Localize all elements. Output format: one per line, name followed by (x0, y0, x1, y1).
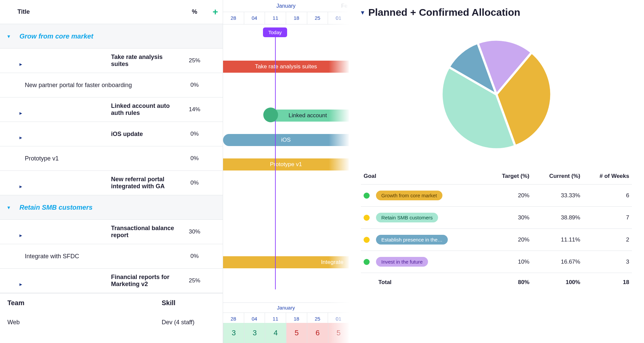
header-percent: % (181, 8, 208, 15)
status-dot-icon (364, 237, 370, 243)
task-percent: 30% (181, 228, 208, 235)
timeline-day: 28 (223, 12, 244, 24)
current-value: 33.33% (532, 185, 583, 207)
chevron-right-icon[interactable] (7, 225, 102, 238)
today-badge[interactable]: Today (263, 27, 287, 37)
goal-pill[interactable]: Invest in the future (376, 257, 428, 267)
goal-pill[interactable]: Growth from core market (376, 191, 442, 200)
group-label: Grow from core market (15, 32, 181, 40)
task-label: Financial reports for Marketing v2 (102, 274, 181, 288)
task-row[interactable]: Prototype v1 0% (0, 146, 223, 171)
chevron-right-icon[interactable] (7, 54, 102, 67)
chevron-right-icon[interactable] (7, 274, 102, 287)
task-label: Linked account auto auth rules (102, 102, 181, 117)
timeline-day: 01 (328, 12, 349, 24)
chevron-down-icon[interactable] (7, 33, 15, 40)
timeline-day: 11 (265, 12, 286, 24)
next-month-label: Fe (341, 0, 347, 12)
allocation-cell: 5 (286, 323, 307, 343)
chevron-down-icon[interactable] (7, 204, 15, 211)
team-header: Team (7, 299, 162, 307)
chevron-right-icon[interactable] (7, 103, 102, 116)
team-value: Web (7, 319, 162, 326)
allocation-cell: 3 (223, 323, 244, 343)
weeks-value: 7 (583, 207, 632, 229)
team-footer: Team Skill Web Dev (4 staff) (0, 293, 223, 332)
goal-row[interactable]: Growth from core market 20% 33.33% 6 (361, 185, 632, 207)
task-row[interactable]: Financial reports for Marketing v2 25% (0, 269, 223, 293)
allocation-panel: ▾ Planned + Confirmed Allocation GoalTar… (349, 0, 644, 343)
milestone-icon[interactable] (263, 108, 278, 122)
timeline-foot-month: January (223, 303, 349, 313)
task-row[interactable]: iOS update 0% (0, 122, 223, 146)
task-percent: 0% (181, 82, 208, 88)
skill-value: Dev (4 staff) (162, 319, 223, 326)
task-row[interactable]: Linked account auto auth rules 14% (0, 97, 223, 122)
gantt-bar[interactable]: Take rate analysis suites (223, 61, 349, 73)
gantt-bar[interactable]: Prototype v1 (223, 158, 349, 170)
status-dot-icon (364, 193, 370, 199)
current-value: 38.89% (532, 207, 583, 229)
group-row[interactable]: Grow from core market (0, 24, 223, 49)
current-value: 11.11% (532, 229, 583, 251)
timeline-day: 04 (244, 12, 265, 24)
goal-pill[interactable]: Retain SMB customers (376, 213, 438, 222)
goal-header: Goal (361, 168, 486, 185)
goal-header: Current (%) (532, 168, 583, 185)
task-row[interactable]: Take rate analysis suites 25% (0, 49, 223, 73)
collapse-icon[interactable]: ▾ (361, 8, 364, 16)
timeline-day: 28 (223, 313, 244, 323)
task-percent: 25% (181, 57, 208, 64)
allocation-cell: 4 (265, 323, 286, 343)
goal-row[interactable]: Retain SMB customers 30% 38.89% 7 (361, 207, 632, 229)
task-percent: 14% (181, 106, 208, 113)
allocation-title: Planned + Confirmed Allocation (368, 7, 520, 18)
task-percent: 0% (181, 180, 208, 186)
total-label: Total (361, 273, 486, 292)
task-row[interactable]: Integrate with SFDC 0% (0, 244, 223, 269)
month-label: January (276, 3, 296, 9)
target-value: 20% (486, 229, 532, 251)
task-label: New referral portal integrated with GA (102, 176, 181, 190)
task-percent: 0% (181, 253, 208, 260)
task-percent: 25% (181, 277, 208, 284)
gantt-bar[interactable]: Linked account (267, 110, 349, 122)
skill-header: Skill (162, 299, 223, 307)
gantt-area[interactable]: Take rate analysis suitesLinked accounti… (223, 24, 349, 302)
gantt-bar[interactable]: iOS (223, 134, 349, 146)
allocation-cell: 5 (328, 323, 349, 343)
status-dot-icon (364, 215, 370, 221)
task-row[interactable]: New partner portal for faster onboarding… (0, 73, 223, 97)
task-row[interactable]: Transactional balance report 30% (0, 220, 223, 244)
timeline-day: 04 (244, 313, 265, 323)
add-column-icon[interactable]: + (213, 7, 218, 17)
status-dot-icon (364, 259, 370, 265)
timeline-allocation-cells: 334565 (223, 323, 349, 343)
target-value: 30% (486, 207, 532, 229)
chevron-right-icon[interactable] (7, 177, 102, 190)
allocation-cell: 6 (307, 323, 328, 343)
chevron-right-icon[interactable] (7, 128, 102, 141)
goal-header: Target (%) (486, 168, 532, 185)
weeks-value: 2 (583, 229, 632, 251)
goal-row[interactable]: Invest in the future 10% 16.67% 3 (361, 251, 632, 273)
task-label: iOS update (102, 131, 181, 138)
group-row[interactable]: Retain SMB customers (0, 195, 223, 220)
goal-pill[interactable]: Establish presence in the… (376, 235, 448, 245)
timeline-day-row: 280411182501 (223, 12, 349, 24)
task-list-panel: Title % + Grow from core market Take rat… (0, 0, 223, 343)
task-row[interactable]: New referral portal integrated with GA 0… (0, 171, 223, 195)
task-list-header: Title % + (0, 0, 223, 24)
timeline-day: 25 (307, 313, 328, 323)
timeline-day: 01 (328, 313, 349, 323)
group-label: Retain SMB customers (15, 204, 181, 211)
task-percent: 0% (181, 155, 208, 162)
timeline-month: January Fe (223, 0, 349, 12)
weeks-value: 6 (583, 185, 632, 207)
allocation-pie-chart (436, 34, 557, 155)
current-value: 16.67% (532, 251, 583, 273)
goal-row[interactable]: Establish presence in the… 20% 11.11% 2 (361, 229, 632, 251)
gantt-bar[interactable]: Integrate (223, 256, 349, 268)
timeline-day: 11 (265, 313, 286, 323)
timeline-day: 18 (286, 313, 307, 323)
